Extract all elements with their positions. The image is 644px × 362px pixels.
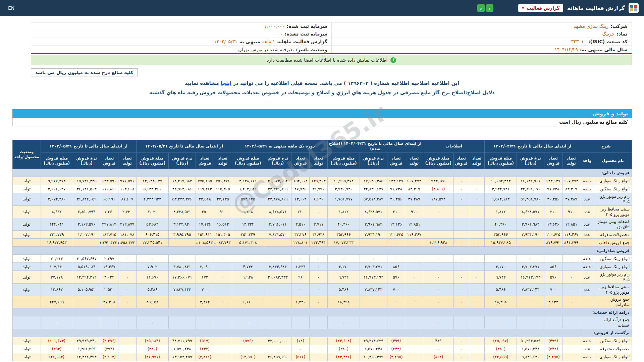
value-cell: [517, 316, 544, 329]
column-header: تعداد فروش: [100, 153, 118, 169]
value-cell: ۰: [387, 239, 405, 247]
value-cell: ۰: [291, 283, 310, 296]
value-text: ۰: [437, 300, 439, 304]
value-text: (۲۴۲): [391, 347, 401, 351]
value-cell: ۰: [264, 345, 291, 353]
value-cell: ۸,۶۲۸,۵۷۱: [517, 205, 544, 218]
header-info-row: وضعیت ناشر:پذیرفته شده در بورس تهران: [31, 46, 331, 53]
value-cell: ۱۰,۲۰۵,۳۷۹: [360, 353, 387, 361]
value-cell: (۵۱۷): [196, 337, 214, 345]
value-cell: ۵۷۶: [387, 271, 405, 283]
value-cell: (۴۹۹): [387, 337, 405, 345]
section-row: درآمد ارائه خدمات:: [13, 308, 632, 316]
value-text: ۰: [460, 347, 462, 351]
value-text: ۱,۵۷۰,۲۴۸: [173, 347, 191, 351]
value-cell: ۹,۷۴۲: [485, 271, 517, 283]
value-cell: ۰: [453, 337, 469, 345]
value-cell: ۸۷۹,۷۹۲: [544, 239, 562, 247]
value-text: ۹,۷۴۲: [496, 275, 506, 280]
value-cell: ۰: [469, 193, 484, 205]
value-cell: ۱,۱۲۶,۹۴۸: [423, 239, 453, 247]
value-text: ۸۳,۳۰۹: [408, 187, 420, 191]
value-cell: [453, 231, 469, 239]
section-label-cell: برگشت از فروش:: [13, 329, 632, 337]
prev-report-button[interactable]: ‹: [477, 4, 485, 12]
value-cell: ۲۹۷,۸۱۲: [100, 218, 118, 230]
previous-version-link[interactable]: اینجا: [221, 80, 231, 86]
value-text: ۳۰,۵۶۷,۶۹۷: [76, 256, 96, 261]
value-text: ۰: [317, 300, 319, 304]
unit-cell: حلقه: [580, 185, 594, 193]
value-cell: ۱,۲۳۴: [291, 263, 310, 271]
value-text: ۰: [413, 256, 415, 261]
value-cell: ۱۴,۱۲۴,۰۳۹: [136, 177, 168, 185]
value-cell: ۵,۱۳۳,۴۶۱: [136, 185, 168, 193]
value-text: ۱۰۷,۴۴۰: [50, 264, 64, 269]
value-cell: (۲۵,۰۹۷): [485, 337, 517, 345]
value-text: ۳,۸۳۴,۶۸۴: [269, 264, 287, 269]
value-cell: ۳,۰۲۰: [136, 205, 168, 218]
value-cell: ۲,۰۹۰: [196, 263, 214, 271]
report-type-dropdown[interactable]: گزارش فعالیت ▼: [518, 4, 563, 12]
value-cell: ۶۰۶,۴۱۵: [136, 231, 168, 239]
value-text: ۰: [460, 355, 462, 359]
value-cell: ۰: [469, 271, 484, 283]
value-cell: ۱۷,۱۳۶: [196, 218, 214, 230]
next-report-button[interactable]: ›: [486, 4, 493, 12]
value-text: ۱۴۰: [297, 209, 304, 214]
value-cell: [214, 353, 232, 361]
amendment-notice-pre: این اطلاعیه اصلاحیه اطلاعیه شماره ( ۱۳۹۶…: [233, 80, 459, 86]
status-cell: [13, 296, 41, 308]
product-row: محصولات متفرقهعدد۱۱۹,۴۶۷۱۲۰,۶۳۵۲,۹۳۴,۱۹۰…: [13, 231, 632, 239]
value-cell: ۶,۶۶۰: [232, 296, 264, 308]
value-cell: ۲,۱۶۲,۵۷۶: [73, 218, 100, 230]
section-label-cell: فروش صادراتی:: [13, 247, 632, 255]
table-group-header-row: شرحاز ابتدای سال مالی تا تاریخ ۱۴۰۴/۰۴/۳…: [13, 140, 632, 153]
value-text: ۱۶,۹۱۳,۱۹۴: [521, 275, 540, 280]
product-row: رام زیر موتور پژو ۴۰۵عدد۰۵۷۶۱۶,۹۱۳,۱۹۴۹,…: [13, 271, 632, 283]
header-info-label: وضعیت ناشر:: [296, 47, 327, 52]
value-cell: ۱۷,۰۷۴,۲۳۳: [327, 239, 360, 247]
header-info-value: ۱۴۰۴/۱۲/۲۹: [554, 47, 578, 52]
value-cell: ۰: [327, 316, 360, 329]
value-cell: ۹۱۰: [214, 205, 232, 218]
page-title: گزارش فعالیت ماهانه: [567, 5, 625, 11]
value-text: ۱۱۹,۴۶۷: [564, 232, 579, 237]
value-text: ۰: [476, 240, 478, 245]
value-text: ۳,۹۳۰,۹۴۰: [335, 187, 353, 191]
header-info-value: رینگ سازي مشهد: [574, 23, 608, 29]
value-cell: (۴۹۹): [544, 337, 562, 345]
value-text: ۵,۱۷۱,۳۰۸: [239, 240, 257, 245]
value-text: ۰: [317, 209, 319, 214]
value-cell: ۳۶,۱۴۱,۵۰۳: [73, 185, 100, 193]
value-cell: ۲۷,۷۴۵: [291, 185, 310, 193]
value-cell: ۳,۱۳۲,۸۲۰: [168, 218, 196, 230]
value-cell: (۸۶۲): [423, 353, 453, 361]
value-cell: [168, 316, 196, 329]
value-cell: [405, 345, 423, 353]
section-label-cell: فروش داخلی:: [13, 169, 632, 177]
total-row: جمع فروش داخلی۸۶۱,۲۹۹۸۷۹,۷۹۲۱۵,۹۴۷,۲۸۵۰۰…: [13, 239, 632, 247]
value-text: ۱۰,۲۰۵,۳۷۹: [364, 355, 383, 359]
value-cell: ۶,۶۴۶: [310, 193, 328, 205]
value-cell: [310, 353, 328, 361]
value-text: ۱,۲۵۱,۲۶۹: [78, 347, 96, 351]
value-text: ۰: [126, 287, 128, 292]
value-text: ۳,۱۷۰: [496, 264, 506, 269]
value-text: ۱,۲۳۴: [296, 264, 306, 269]
value-cell: [360, 239, 387, 247]
status-cell: تولید: [13, 271, 41, 283]
value-text: ۱,۱۲۶,۹۴۸: [429, 240, 447, 245]
value-cell: ۱۵۱,۴۰۵: [214, 231, 232, 239]
value-cell: ۰: [469, 263, 484, 271]
value-text: (۵۱۶): [296, 355, 305, 359]
value-cell: ۱۸,۳۹۸: [327, 296, 360, 308]
value-cell: ۷۰۰: [387, 283, 405, 296]
value-cell: (۲۳,۴۲۱): [327, 353, 360, 361]
value-text: ۰: [342, 256, 344, 261]
language-toggle-en[interactable]: EN: [8, 5, 14, 11]
value-cell: ۲,۹۳۴,۱۹۰: [517, 231, 544, 239]
value-cell: ۰: [136, 316, 168, 329]
value-cell: (۲۴۲): [387, 345, 405, 353]
value-text: (۴۹۹): [391, 339, 401, 343]
